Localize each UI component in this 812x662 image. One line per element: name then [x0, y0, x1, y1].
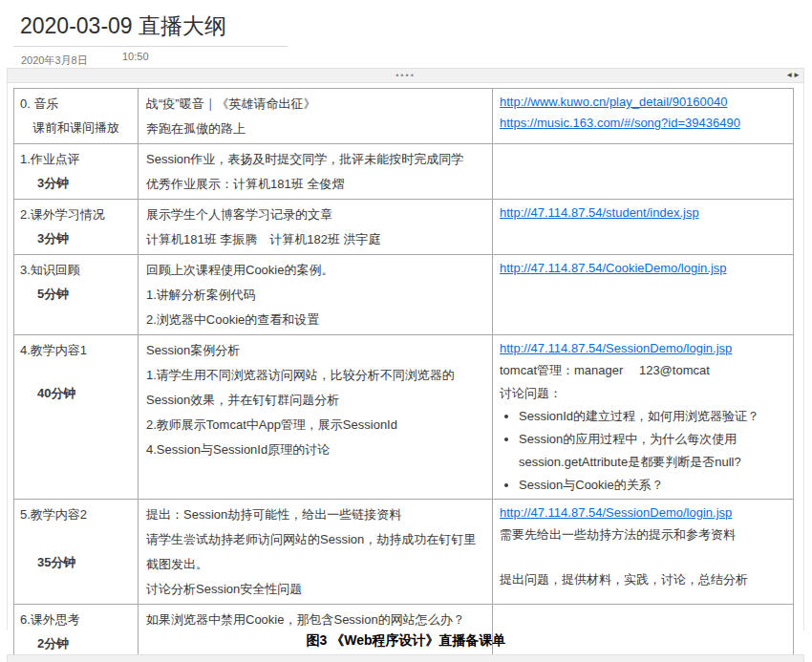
resource-cell: http://www.kuwo.cn/play_detail/90160040 … — [493, 89, 794, 144]
discussion-question: Session与Cookie的关系？ — [519, 474, 787, 497]
table-row-extracurricular: 2.课外学习情况 3分钟 展示学生个人博客学习记录的文章 计算机181班 李振腾… — [14, 200, 794, 255]
resource-link[interactable]: http://47.114.87.54/student/index.jsp — [500, 203, 787, 224]
content-line: 如果浏览器中禁用Cookie，那包含Session的网站怎么办？ — [146, 608, 484, 632]
container-nav-arrows: ◄► — [785, 70, 801, 81]
content-line: Session案例分析 — [146, 338, 484, 363]
stage-cell: 4.教学内容1 40分钟 — [14, 335, 139, 500]
stage-cell: 1.作业点评 3分钟 — [14, 144, 139, 200]
table-row-teaching-content-1: 4.教学内容1 40分钟 Session案例分析 1.请学生用不同浏览器访问网站… — [14, 335, 794, 500]
table-row-teaching-content-2: 5.教学内容2 35分钟 提出：Session劫持可能性，给出一些链接资料 请学… — [14, 500, 794, 605]
content-line: 优秀作业展示：计算机181班 全俊熠 — [146, 172, 484, 197]
content-container-header[interactable]: •••• ◄► — [7, 68, 804, 83]
stage-label: 1.作业点评 — [20, 147, 134, 171]
content-cell: Session作业，表扬及时提交同学，批评未能按时完成同学 优秀作业展示：计算机… — [139, 144, 493, 200]
stage-duration: 40分钟 — [20, 381, 134, 405]
discussion-question: Session的应用过程中，为什么每次使用session.getAttribut… — [519, 428, 787, 474]
container-border-left — [7, 83, 8, 630]
resource-cell — [493, 144, 794, 200]
table-row-homework-review: 1.作业点评 3分钟 Session作业，表扬及时提交同学，批评未能按时完成同学… — [14, 144, 794, 200]
stage-duration: 3分钟 — [20, 171, 134, 195]
discussion-question: SessionId的建立过程，如何用浏览器验证？ — [519, 405, 787, 428]
page-title: 2020-03-09 直播大纲 — [20, 11, 226, 41]
content-line: 讨论分析Session安全性问题 — [146, 577, 484, 602]
content-line: Session作业，表扬及时提交同学，批评未能按时完成同学 — [146, 147, 484, 172]
resource-note: 需要先给出一些劫持方法的提示和参考资料 — [500, 523, 787, 546]
resource-note: 讨论问题： — [500, 382, 787, 405]
resource-cell: http://47.114.87.54/SessionDemo/login.js… — [493, 335, 794, 500]
resource-link[interactable]: https://music.163.com/#/song?id=39436490 — [500, 113, 787, 134]
page-date: 2020年3月8日 — [21, 53, 88, 68]
stage-note: 课前和课间播放 — [20, 116, 134, 139]
stage-cell: 0. 音乐 课前和课间播放 — [14, 89, 139, 144]
stage-cell: 5.教学内容2 35分钟 — [14, 500, 139, 605]
content-cell: 展示学生个人博客学习记录的文章 计算机181班 李振腾 计算机182班 洪宇庭 — [139, 200, 493, 255]
grip-dots-icon[interactable]: •••• — [8, 70, 803, 81]
content-line: 2.浏览器中Cookie的查看和设置 — [146, 308, 484, 332]
title-divider — [13, 46, 288, 47]
content-line: 请学生尝试劫持老师访问网站的Session，劫持成功在钉钉里截图发出。 — [146, 527, 484, 577]
content-line: 奔跑在孤傲的路上 — [146, 117, 484, 141]
table-row-knowledge-review: 3.知识回顾 5分钟 回顾上次课程使用Cookie的案例。 1.讲解分析案例代码… — [14, 255, 794, 335]
stage-label: 2.课外学习情况 — [20, 203, 134, 226]
content-line: 战“疫”暖音｜《英雄请命出征》 — [146, 92, 484, 117]
page-time: 10:50 — [122, 51, 149, 62]
resource-link[interactable]: http://www.kuwo.cn/play_detail/90160040 — [500, 92, 787, 113]
figure-caption: 图3 《Web程序设计》直播备课单 — [0, 632, 812, 650]
stage-label: 6.课外思考 — [20, 608, 134, 631]
stage-duration: 35分钟 — [20, 550, 134, 574]
content-line: 2.教师展示Tomcat中App管理，展示SessionId — [146, 413, 484, 438]
resource-link[interactable]: http://47.114.87.54/SessionDemo/login.js… — [500, 338, 787, 359]
content-line: 回顾上次课程使用Cookie的案例。 — [146, 258, 484, 283]
stage-label: 4.教学内容1 — [20, 338, 134, 362]
content-line: 提出：Session劫持可能性，给出一些链接资料 — [146, 502, 484, 527]
nav-right-icon[interactable]: ► — [793, 71, 801, 79]
content-cell: Session案例分析 1.请学生用不同浏览器访问网站，比较分析不同浏览器的Se… — [139, 335, 493, 500]
stage-label: 3.知识回顾 — [20, 258, 134, 282]
content-cell: 提出：Session劫持可能性，给出一些链接资料 请学生尝试劫持老师访问网站的S… — [139, 500, 493, 605]
table-row-music: 0. 音乐 课前和课间播放 战“疫”暖音｜《英雄请命出征》 奔跑在孤傲的路上 h… — [14, 89, 794, 144]
blank-line — [500, 546, 787, 568]
stage-duration: 3分钟 — [20, 226, 134, 250]
content-line: 计算机181班 李振腾 计算机182班 洪宇庭 — [146, 227, 484, 252]
resource-cell: http://47.114.87.54/CookieDemo/login.jsp — [493, 255, 794, 335]
stage-duration: 5分钟 — [20, 282, 134, 306]
resource-link[interactable]: http://47.114.87.54/SessionDemo/login.js… — [500, 502, 787, 523]
nav-left-icon[interactable]: ◄ — [785, 71, 793, 79]
lesson-plan-table: 0. 音乐 课前和课间播放 战“疫”暖音｜《英雄请命出征》 奔跑在孤傲的路上 h… — [13, 88, 794, 660]
notebook-page: 2020-03-09 直播大纲 2020年3月8日 10:50 •••• ◄► … — [0, 0, 812, 662]
next-container-header — [7, 654, 804, 662]
content-line: 4.Session与SessionId原理的讨论 — [146, 438, 484, 462]
stage-label: 5.教学内容2 — [20, 502, 134, 526]
discussion-question-list: SessionId的建立过程，如何用浏览器验证？ Session的应用过程中，为… — [505, 405, 787, 497]
resource-cell: http://47.114.87.54/SessionDemo/login.js… — [493, 500, 794, 605]
stage-cell: 2.课外学习情况 3分钟 — [14, 200, 139, 255]
stage-cell: 3.知识回顾 5分钟 — [14, 255, 139, 335]
stage-label: 0. 音乐 — [20, 92, 134, 116]
content-line: 1.讲解分析案例代码 — [146, 283, 484, 308]
resource-cell: http://47.114.87.54/student/index.jsp — [493, 200, 794, 255]
resource-note: tomcat管理：manager 123@tomcat — [500, 359, 787, 382]
content-cell: 战“疫”暖音｜《英雄请命出征》 奔跑在孤傲的路上 — [139, 89, 493, 144]
container-border-right — [803, 83, 804, 630]
resource-link[interactable]: http://47.114.87.54/CookieDemo/login.jsp — [500, 258, 787, 279]
content-cell: 回顾上次课程使用Cookie的案例。 1.讲解分析案例代码 2.浏览器中Cook… — [139, 255, 493, 335]
resource-note: 提出问题，提供材料，实践，讨论，总结分析 — [500, 568, 787, 591]
content-line: 展示学生个人博客学习记录的文章 — [146, 203, 484, 227]
content-line: 1.请学生用不同浏览器访问网站，比较分析不同浏览器的Session效果，并在钉钉… — [146, 363, 484, 413]
